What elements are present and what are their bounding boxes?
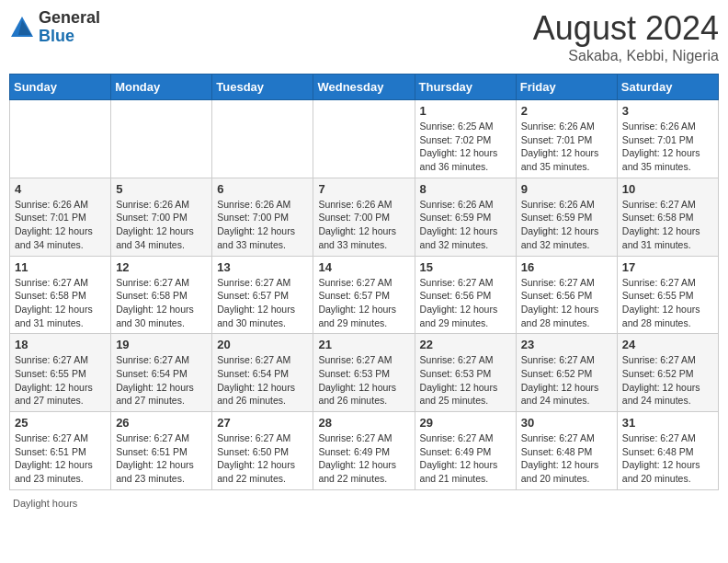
day-cell: 31Sunrise: 6:27 AM Sunset: 6:48 PM Dayli…: [617, 412, 718, 490]
logo-icon: [9, 15, 35, 40]
day-cell: 27Sunrise: 6:27 AM Sunset: 6:50 PM Dayli…: [212, 412, 313, 490]
footer: Daylight hours: [9, 498, 719, 509]
day-info: Sunrise: 6:27 AM Sunset: 6:56 PM Dayligh…: [420, 276, 511, 330]
day-number: 16: [521, 260, 612, 274]
day-info: Sunrise: 6:27 AM Sunset: 6:58 PM Dayligh…: [116, 276, 207, 330]
day-number: 30: [521, 416, 612, 430]
daylight-label: Daylight hours: [13, 498, 77, 509]
day-cell: 3Sunrise: 6:26 AM Sunset: 7:01 PM Daylig…: [617, 100, 718, 178]
day-cell: 5Sunrise: 6:26 AM Sunset: 7:00 PM Daylig…: [111, 178, 212, 256]
day-cell: 4Sunrise: 6:26 AM Sunset: 7:01 PM Daylig…: [10, 178, 111, 256]
day-cell: 1Sunrise: 6:25 AM Sunset: 7:02 PM Daylig…: [415, 100, 516, 178]
header-day-thursday: Thursday: [415, 75, 516, 100]
logo: General Blue: [9, 9, 100, 46]
day-info: Sunrise: 6:27 AM Sunset: 6:53 PM Dayligh…: [318, 353, 409, 408]
day-number: 22: [420, 338, 511, 351]
day-info: Sunrise: 6:27 AM Sunset: 6:55 PM Dayligh…: [622, 276, 713, 330]
day-number: 6: [217, 182, 308, 196]
day-info: Sunrise: 6:27 AM Sunset: 6:57 PM Dayligh…: [318, 276, 409, 330]
day-number: 31: [622, 416, 713, 430]
header-day-friday: Friday: [516, 75, 617, 100]
day-cell: 21Sunrise: 6:27 AM Sunset: 6:53 PM Dayli…: [313, 334, 415, 412]
day-number: 11: [15, 260, 106, 274]
day-number: 23: [521, 338, 612, 351]
header-day-sunday: Sunday: [10, 75, 111, 100]
day-cell: 24Sunrise: 6:27 AM Sunset: 6:52 PM Dayli…: [617, 334, 718, 412]
day-cell: 14Sunrise: 6:27 AM Sunset: 6:57 PM Dayli…: [313, 256, 415, 334]
day-cell: 15Sunrise: 6:27 AM Sunset: 6:56 PM Dayli…: [415, 256, 516, 334]
day-cell: 9Sunrise: 6:26 AM Sunset: 6:59 PM Daylig…: [516, 178, 617, 256]
day-cell: 30Sunrise: 6:27 AM Sunset: 6:48 PM Dayli…: [516, 412, 617, 490]
day-info: Sunrise: 6:26 AM Sunset: 7:00 PM Dayligh…: [318, 198, 409, 252]
day-number: 19: [116, 338, 207, 351]
calendar-body: 1Sunrise: 6:25 AM Sunset: 7:02 PM Daylig…: [10, 100, 719, 490]
day-info: Sunrise: 6:26 AM Sunset: 6:59 PM Dayligh…: [420, 198, 511, 252]
week-row-0: 1Sunrise: 6:25 AM Sunset: 7:02 PM Daylig…: [10, 100, 719, 178]
day-info: Sunrise: 6:27 AM Sunset: 6:54 PM Dayligh…: [217, 353, 308, 408]
day-number: 12: [116, 260, 207, 274]
day-cell: 23Sunrise: 6:27 AM Sunset: 6:52 PM Dayli…: [516, 334, 617, 412]
day-cell: [212, 100, 313, 178]
day-number: 15: [420, 260, 511, 274]
day-info: Sunrise: 6:26 AM Sunset: 7:01 PM Dayligh…: [521, 120, 612, 174]
day-number: 17: [622, 260, 713, 274]
day-info: Sunrise: 6:27 AM Sunset: 6:53 PM Dayligh…: [420, 353, 511, 408]
day-cell: 20Sunrise: 6:27 AM Sunset: 6:54 PM Dayli…: [212, 334, 313, 412]
logo-text: General Blue: [39, 9, 100, 46]
day-number: 18: [15, 338, 106, 351]
calendar-table: SundayMondayTuesdayWednesdayThursdayFrid…: [9, 74, 719, 490]
day-info: Sunrise: 6:27 AM Sunset: 6:58 PM Dayligh…: [622, 198, 713, 252]
day-number: 7: [318, 182, 409, 196]
day-number: 20: [217, 338, 308, 351]
day-number: 28: [318, 416, 409, 430]
day-number: 21: [318, 338, 409, 351]
page-header: General Blue August 2024 Sakaba, Kebbi, …: [9, 9, 719, 64]
header-day-tuesday: Tuesday: [212, 75, 313, 100]
day-number: 9: [521, 182, 612, 196]
day-number: 1: [420, 104, 511, 118]
day-cell: 12Sunrise: 6:27 AM Sunset: 6:58 PM Dayli…: [111, 256, 212, 334]
day-info: Sunrise: 6:27 AM Sunset: 6:56 PM Dayligh…: [521, 276, 612, 330]
day-number: 14: [318, 260, 409, 274]
day-number: 24: [622, 338, 713, 351]
day-number: 5: [116, 182, 207, 196]
day-cell: 26Sunrise: 6:27 AM Sunset: 6:51 PM Dayli…: [111, 412, 212, 490]
day-number: 2: [521, 104, 612, 118]
day-cell: 28Sunrise: 6:27 AM Sunset: 6:49 PM Dayli…: [313, 412, 415, 490]
week-row-1: 4Sunrise: 6:26 AM Sunset: 7:01 PM Daylig…: [10, 178, 719, 256]
day-cell: 16Sunrise: 6:27 AM Sunset: 6:56 PM Dayli…: [516, 256, 617, 334]
day-info: Sunrise: 6:27 AM Sunset: 6:51 PM Dayligh…: [15, 431, 106, 486]
day-info: Sunrise: 6:26 AM Sunset: 7:01 PM Dayligh…: [15, 198, 106, 252]
week-row-2: 11Sunrise: 6:27 AM Sunset: 6:58 PM Dayli…: [10, 256, 719, 334]
logo-general: General: [39, 8, 100, 27]
page-subtitle: Sakaba, Kebbi, Nigeria: [533, 48, 719, 64]
header-row: SundayMondayTuesdayWednesdayThursdayFrid…: [10, 75, 719, 100]
day-cell: 25Sunrise: 6:27 AM Sunset: 6:51 PM Dayli…: [10, 412, 111, 490]
day-cell: 10Sunrise: 6:27 AM Sunset: 6:58 PM Dayli…: [617, 178, 718, 256]
day-number: 27: [217, 416, 308, 430]
day-number: 26: [116, 416, 207, 430]
header-day-saturday: Saturday: [617, 75, 718, 100]
header-day-wednesday: Wednesday: [313, 75, 415, 100]
day-cell: 22Sunrise: 6:27 AM Sunset: 6:53 PM Dayli…: [415, 334, 516, 412]
day-info: Sunrise: 6:27 AM Sunset: 6:57 PM Dayligh…: [217, 276, 308, 330]
day-number: 29: [420, 416, 511, 430]
day-info: Sunrise: 6:26 AM Sunset: 7:01 PM Dayligh…: [622, 120, 713, 174]
day-info: Sunrise: 6:27 AM Sunset: 6:50 PM Dayligh…: [217, 431, 308, 486]
day-info: Sunrise: 6:27 AM Sunset: 6:52 PM Dayligh…: [622, 353, 713, 408]
day-number: 4: [15, 182, 106, 196]
day-info: Sunrise: 6:27 AM Sunset: 6:48 PM Dayligh…: [521, 431, 612, 486]
day-number: 3: [622, 104, 713, 118]
day-number: 13: [217, 260, 308, 274]
day-cell: 18Sunrise: 6:27 AM Sunset: 6:55 PM Dayli…: [10, 334, 111, 412]
page-title: August 2024: [533, 9, 719, 48]
day-cell: 2Sunrise: 6:26 AM Sunset: 7:01 PM Daylig…: [516, 100, 617, 178]
day-info: Sunrise: 6:27 AM Sunset: 6:49 PM Dayligh…: [420, 431, 511, 486]
day-cell: [10, 100, 111, 178]
day-info: Sunrise: 6:25 AM Sunset: 7:02 PM Dayligh…: [420, 120, 511, 174]
week-row-4: 25Sunrise: 6:27 AM Sunset: 6:51 PM Dayli…: [10, 412, 719, 490]
day-info: Sunrise: 6:27 AM Sunset: 6:48 PM Dayligh…: [622, 431, 713, 486]
day-number: 8: [420, 182, 511, 196]
header-day-monday: Monday: [111, 75, 212, 100]
day-cell: 13Sunrise: 6:27 AM Sunset: 6:57 PM Dayli…: [212, 256, 313, 334]
